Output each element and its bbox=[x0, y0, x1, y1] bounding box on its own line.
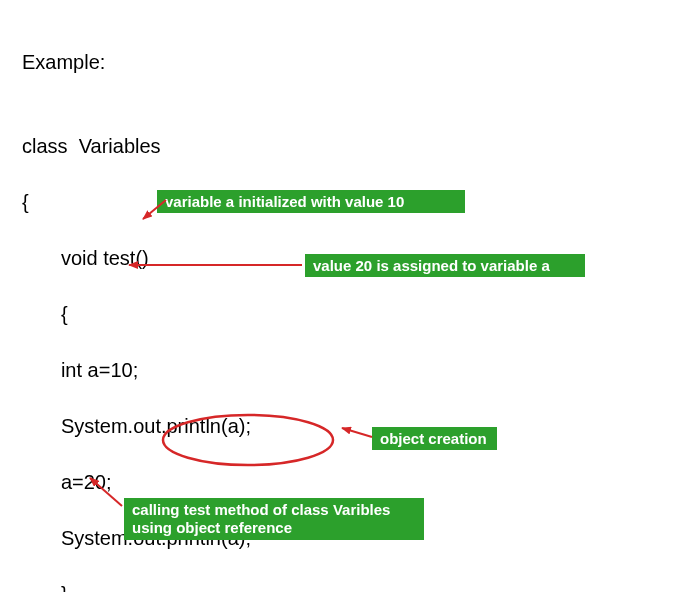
callout-variable-init: variable a initialized with value 10 bbox=[157, 190, 465, 213]
code-line: { bbox=[22, 300, 383, 328]
code-line: } bbox=[22, 580, 383, 592]
code-line: Example: bbox=[22, 48, 383, 76]
code-line: a=20; bbox=[22, 468, 383, 496]
callout-object-creation: object creation bbox=[372, 427, 497, 450]
callout-variable-assign: value 20 is assigned to variable a bbox=[305, 254, 585, 277]
code-line: System.out.println(a); bbox=[22, 412, 383, 440]
code-line: class Variables bbox=[22, 132, 383, 160]
code-line: int a=10; bbox=[22, 356, 383, 384]
callout-method-call: calling test method of class Varibles us… bbox=[124, 498, 424, 540]
